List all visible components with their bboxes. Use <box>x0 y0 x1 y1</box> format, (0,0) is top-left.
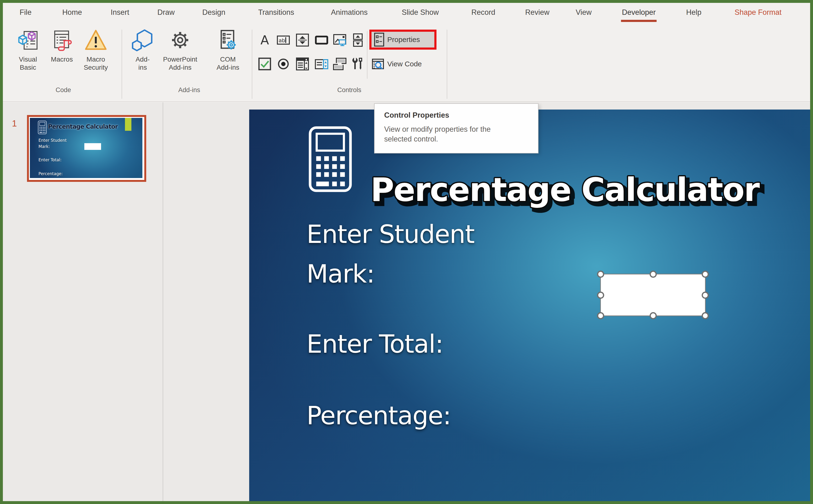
properties-label: Properties <box>387 36 420 44</box>
resize-handle-bottom-middle[interactable] <box>650 312 657 319</box>
macro-security-button[interactable]: MacroSecurity <box>78 29 114 72</box>
slide-label-enter-total: Enter Total: <box>307 324 443 364</box>
control-properties-tooltip: Control Properties View or modify proper… <box>374 103 538 153</box>
frame-control-icon[interactable] <box>333 57 346 71</box>
slide-label-enter-student-mark: Enter StudentMark: <box>307 215 474 294</box>
visual-basic-label-line1: Visual <box>19 56 37 63</box>
textbox-control-icon[interactable]: ab <box>277 33 290 47</box>
slide-title-text: Percentage Calculator <box>371 171 760 209</box>
tab-record[interactable]: Record <box>471 8 495 17</box>
addins-group-label: Add-ins <box>178 86 200 94</box>
more-controls-icon[interactable] <box>351 57 365 71</box>
svg-text:A: A <box>261 33 269 47</box>
thumbnail-label: Enter Student <box>38 138 67 143</box>
image-control-icon[interactable] <box>333 33 346 47</box>
visual-basic-label-line2: Basic <box>20 64 36 71</box>
tab-insert[interactable]: Insert <box>111 8 129 17</box>
svg-text:ab: ab <box>279 37 285 43</box>
group-separator <box>252 30 252 99</box>
thumbnail-slide-title: Percentage Calculator <box>48 123 118 130</box>
com-addins-label-line1: COM <box>220 56 236 63</box>
com-addins-icon <box>216 29 240 53</box>
macro-security-label-line1: Macro <box>86 56 105 63</box>
checkbox-control-icon[interactable] <box>258 57 272 71</box>
group-separator <box>447 30 447 99</box>
optionbutton-control-icon[interactable] <box>277 57 290 71</box>
visual-basic-button[interactable]: VisualBasic <box>10 29 46 72</box>
macros-icon <box>50 29 74 53</box>
group-separator <box>122 30 122 99</box>
scrollbar-control-icon[interactable] <box>351 33 365 47</box>
resize-handle-middle-right[interactable] <box>702 292 709 299</box>
listbox-control-icon[interactable] <box>296 57 309 71</box>
menu-bar: File Home Insert Draw Design Transitions… <box>3 3 810 24</box>
addins-hexagon-icon <box>131 29 154 53</box>
resize-handle-top-middle[interactable] <box>650 271 657 278</box>
slide-title: Percentage Calculator Percentage Calcula… <box>369 158 810 223</box>
visual-basic-icon <box>16 29 40 53</box>
macro-security-label-line2: Security <box>84 64 108 71</box>
tab-slide-show[interactable]: Slide Show <box>402 8 439 17</box>
thumbnail-label: Percentage: <box>38 171 63 176</box>
powerpoint-addins-button[interactable]: PowerPointAdd-ins <box>162 29 198 72</box>
resize-handle-top-right[interactable] <box>702 271 709 278</box>
tooltip-title: Control Properties <box>384 111 538 120</box>
tab-home[interactable]: Home <box>62 8 82 17</box>
group-inner-separator <box>367 31 367 79</box>
powerpoint-window: File Home Insert Draw Design Transitions… <box>3 3 810 501</box>
thumbnail-label: Mark: <box>38 144 50 149</box>
tooltip-body: View or modify properties for the select… <box>384 124 513 144</box>
tab-view[interactable]: View <box>576 8 592 17</box>
label-control-icon[interactable]: A <box>258 33 272 47</box>
spinbutton-control-icon[interactable] <box>296 33 309 47</box>
macros-button[interactable]: Macros <box>44 29 80 63</box>
slide-label-percentage: Percentage: <box>307 396 451 436</box>
tab-animations[interactable]: Animations <box>331 8 367 17</box>
tab-review[interactable]: Review <box>525 8 549 17</box>
resize-handle-bottom-left[interactable] <box>597 312 604 319</box>
thumbnail-textbox <box>84 143 101 150</box>
addins-button[interactable]: Add-ins <box>125 29 160 72</box>
powerpoint-addins-label-line2: Add-ins <box>169 64 191 71</box>
tab-file[interactable]: File <box>20 8 32 17</box>
resize-handle-bottom-right[interactable] <box>702 312 709 319</box>
commandbutton-control-icon[interactable] <box>315 33 328 47</box>
slide-canvas: Percentage Calculator Percentage Calcula… <box>249 110 810 501</box>
gear-icon <box>168 29 192 53</box>
com-addins-button[interactable]: COMAdd-ins <box>210 29 246 72</box>
view-code-label: View Code <box>387 60 422 68</box>
code-group-label: Code <box>56 86 71 94</box>
slide-number: 1 <box>12 119 17 129</box>
panel-divider[interactable] <box>163 102 163 501</box>
com-addins-label-line2: Add-ins <box>217 64 240 71</box>
ribbon: VisualBasic Macros <box>3 24 810 102</box>
addins-label-line2: ins <box>138 64 147 71</box>
workspace: 1 <box>3 102 810 501</box>
tab-draw[interactable]: Draw <box>157 8 174 17</box>
tab-design[interactable]: Design <box>202 8 226 17</box>
screenshot-frame: File Home Insert Draw Design Transitions… <box>0 0 813 504</box>
properties-button[interactable]: Properties <box>369 30 436 50</box>
resize-handle-middle-left[interactable] <box>597 292 604 299</box>
thumbnail-label: Enter Total: <box>38 157 61 162</box>
powerpoint-addins-label-line1: PowerPoint <box>163 56 197 63</box>
tab-shape-format[interactable]: Shape Format <box>735 8 781 17</box>
macro-security-warning-icon <box>84 29 108 53</box>
controls-group-label: Controls <box>337 86 362 94</box>
view-code-icon <box>372 58 384 70</box>
slide-thumbnail-preview: Percentage Calculator Enter Student Mark… <box>30 118 142 178</box>
activex-textbox-control[interactable] <box>600 274 706 316</box>
properties-icon <box>374 33 384 47</box>
resize-handle-top-left[interactable] <box>597 271 604 278</box>
calculator-icon <box>37 120 47 135</box>
tab-transitions[interactable]: Transitions <box>258 8 294 17</box>
combobox-control-icon[interactable] <box>315 57 328 71</box>
slide-thumbnail[interactable]: Percentage Calculator Enter Student Mark… <box>27 115 146 182</box>
tab-help[interactable]: Help <box>686 8 702 17</box>
view-code-button[interactable]: View Code <box>372 57 422 71</box>
calculator-icon <box>306 126 355 193</box>
macros-label: Macros <box>51 56 73 63</box>
addins-label-line1: Add- <box>135 56 149 63</box>
tab-developer[interactable]: Developer <box>622 8 656 17</box>
accent-bar <box>125 118 131 131</box>
